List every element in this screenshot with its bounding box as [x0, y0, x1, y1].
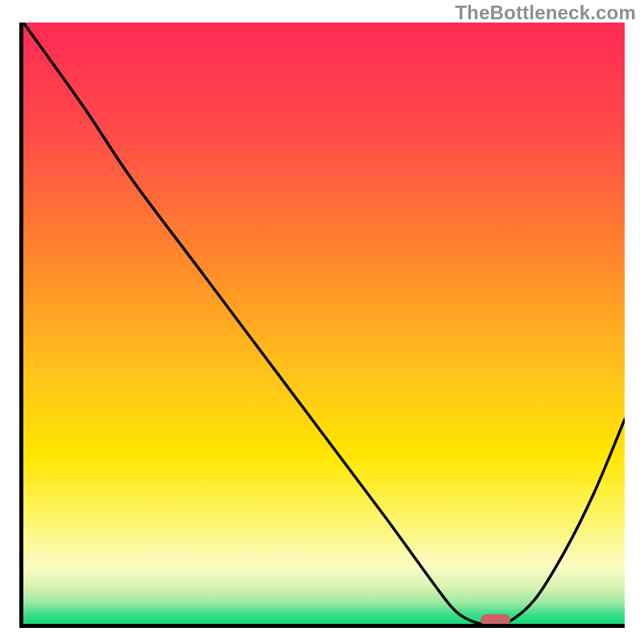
minimum-marker [481, 614, 511, 625]
plot-area [19, 23, 625, 628]
gradient-background [23, 23, 625, 624]
chart-frame: TheBottleneck.com [0, 0, 644, 644]
plot-svg [23, 23, 625, 624]
watermark-text: TheBottleneck.com [455, 2, 636, 24]
